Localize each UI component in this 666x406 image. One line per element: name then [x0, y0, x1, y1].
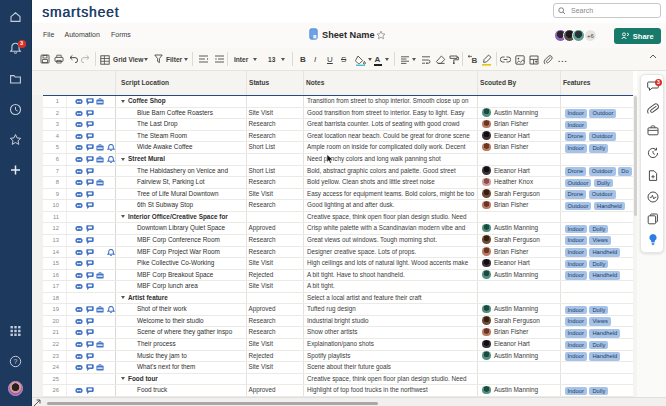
svg-text:?: ?	[14, 358, 18, 365]
svg-text:B: B	[471, 56, 477, 65]
